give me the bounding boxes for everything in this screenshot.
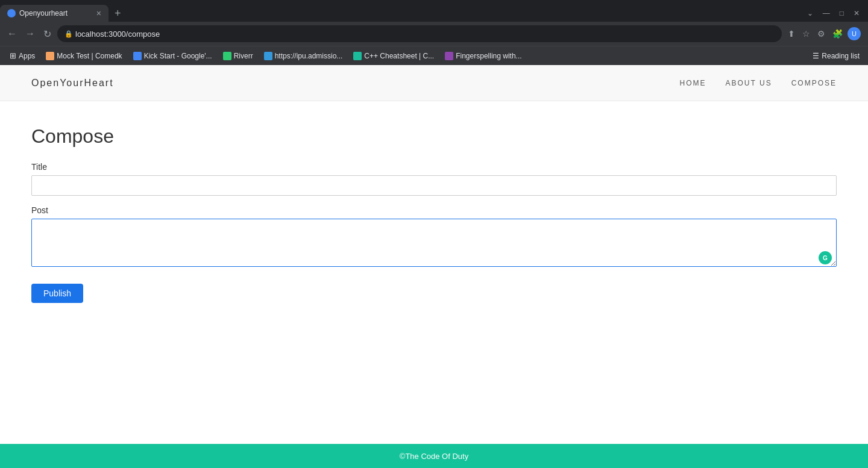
- bookmark-ipu[interactable]: https://ipu.admissio...: [259, 51, 348, 61]
- bookmark-riverr[interactable]: Riverr: [218, 51, 258, 61]
- profile-button[interactable]: U: [848, 27, 861, 40]
- site-logo[interactable]: OpenYourHeart: [31, 78, 114, 89]
- window-controls: ⌄ — □ ✕: [804, 7, 868, 20]
- address-right-icons: ⬆ ☆ ⚙ 🧩 U: [785, 27, 863, 41]
- title-input[interactable]: [31, 175, 837, 196]
- active-tab[interactable]: Openyourheart ×: [0, 5, 108, 22]
- forward-button[interactable]: →: [23, 26, 37, 42]
- bookmark-cpp[interactable]: C++ Cheatsheet | C...: [348, 51, 439, 61]
- bookmark-favicon: [353, 52, 362, 60]
- bookmark-favicon: [223, 52, 231, 60]
- bookmarks-bar: ⊞ Apps Mock Test | Comedk Kick Start - G…: [0, 46, 868, 65]
- history-down-button[interactable]: ⌄: [804, 7, 817, 20]
- bookmark-favicon: [133, 52, 142, 60]
- main-content: Compose Title Post G Publish: [0, 101, 868, 444]
- page-title: Compose: [31, 125, 837, 148]
- lock-icon: 🔒: [64, 30, 73, 38]
- post-textarea[interactable]: [31, 219, 837, 267]
- new-tab-button[interactable]: +: [111, 7, 125, 20]
- tab-title: Openyourheart: [19, 9, 93, 17]
- nav-home[interactable]: HOME: [680, 79, 706, 87]
- maximize-button[interactable]: □: [836, 7, 848, 20]
- bookmark-apps[interactable]: ⊞ Apps: [5, 50, 40, 61]
- tab-favicon: [7, 9, 16, 17]
- title-label: Title: [31, 162, 837, 172]
- reading-list-icon: ☰: [813, 52, 819, 60]
- bookmark-fingerspelling[interactable]: Fingerspelling with...: [440, 51, 526, 61]
- bookmark-favicon: [46, 52, 54, 60]
- tab-bar: Openyourheart × + ⌄ — □ ✕: [0, 0, 868, 22]
- address-text: localhost:3000/compose: [75, 30, 160, 39]
- bookmark-star-button[interactable]: ☆: [800, 27, 813, 41]
- post-form-group: Post G: [31, 205, 837, 269]
- address-bar-row: ← → ↻ 🔒 localhost:3000/compose ⬆ ☆ ⚙ 🧩 U: [0, 22, 868, 46]
- tab-close-button[interactable]: ×: [96, 8, 101, 18]
- settings-button[interactable]: ⚙: [815, 27, 828, 41]
- grammarly-logo: G: [819, 251, 832, 264]
- minimize-button[interactable]: —: [819, 7, 834, 20]
- reading-list-button[interactable]: ☰ Reading list: [809, 51, 863, 61]
- bookmark-favicon: [264, 52, 272, 60]
- grammarly-icon: G: [819, 251, 832, 264]
- site-nav: OpenYourHeart HOME ABOUT US COMPOSE: [0, 65, 868, 101]
- reload-button[interactable]: ↻: [41, 26, 54, 42]
- browser-chrome: Openyourheart × + ⌄ — □ ✕ ← → ↻ 🔒 localh…: [0, 0, 868, 65]
- title-form-group: Title: [31, 162, 837, 196]
- nav-compose[interactable]: COMPOSE: [791, 79, 837, 87]
- close-window-button[interactable]: ✕: [850, 7, 863, 20]
- textarea-wrapper: G: [31, 219, 837, 269]
- post-label: Post: [31, 205, 837, 215]
- bookmark-favicon: [445, 52, 453, 60]
- back-button[interactable]: ←: [5, 26, 19, 42]
- address-bar[interactable]: 🔒 localhost:3000/compose: [57, 25, 782, 42]
- bookmark-mock-test[interactable]: Mock Test | Comedk: [41, 51, 127, 61]
- site-footer: ©The Code Of Duty: [0, 444, 868, 468]
- nav-links: HOME ABOUT US COMPOSE: [680, 79, 837, 87]
- footer-text: ©The Code Of Duty: [400, 452, 468, 461]
- bookmark-kickstart[interactable]: Kick Start - Google'...: [128, 51, 217, 61]
- extensions-button[interactable]: 🧩: [830, 27, 845, 41]
- nav-about-us[interactable]: ABOUT US: [726, 79, 772, 87]
- page-content: OpenYourHeart HOME ABOUT US COMPOSE Comp…: [0, 65, 868, 468]
- publish-button[interactable]: Publish: [31, 284, 83, 303]
- share-button[interactable]: ⬆: [785, 27, 797, 41]
